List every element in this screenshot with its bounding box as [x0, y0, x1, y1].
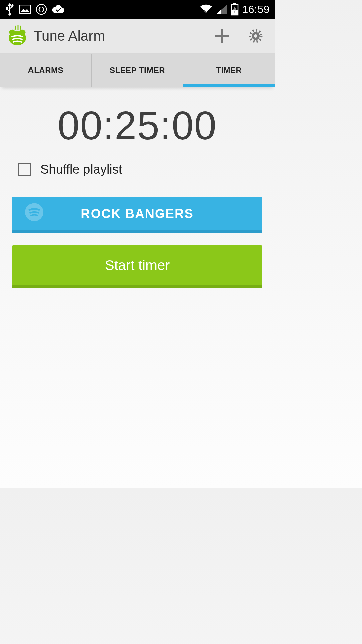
- add-button[interactable]: [213, 27, 231, 45]
- svg-point-2: [12, 4, 14, 6]
- playlist-button[interactable]: ROCK BANGERS: [12, 197, 262, 233]
- usb-icon: [5, 3, 15, 16]
- app-bar: Tune Alarm: [0, 19, 275, 54]
- status-bar: 16:59: [0, 0, 275, 19]
- tab-sleep-timer[interactable]: SLEEP TIMER: [91, 54, 183, 87]
- wifi-icon: [200, 4, 213, 14]
- gear-icon: [248, 28, 264, 44]
- tab-label: TIMER: [216, 66, 242, 75]
- tab-label: ALARMS: [28, 66, 63, 75]
- settings-button[interactable]: [248, 28, 264, 44]
- svg-line-13: [15, 26, 16, 30]
- image-icon: [19, 5, 31, 14]
- shuffle-label: Shuffle playlist: [40, 162, 122, 177]
- svg-line-15: [20, 26, 21, 30]
- start-timer-button[interactable]: Start timer: [12, 245, 262, 288]
- shuffle-checkbox[interactable]: [18, 163, 31, 176]
- tab-label: SLEEP TIMER: [110, 66, 165, 75]
- tab-timer[interactable]: TIMER: [183, 54, 275, 87]
- svg-point-20: [254, 34, 257, 38]
- cell-signal-icon: [216, 4, 227, 14]
- timer-panel: 00:25:00 Shuffle playlist ROCK BANGERS S…: [0, 87, 275, 288]
- timer-display[interactable]: 00:25:00: [12, 103, 262, 148]
- svg-rect-4: [20, 5, 31, 14]
- battery-charging-icon: [231, 3, 239, 16]
- cloud-check-icon: [52, 4, 65, 14]
- app-logo-icon: [6, 24, 29, 47]
- playlist-name: ROCK BANGERS: [81, 207, 193, 221]
- plus-icon: [213, 27, 231, 45]
- svg-rect-3: [6, 7, 8, 9]
- start-timer-label: Start timer: [105, 257, 170, 273]
- tab-alarms[interactable]: ALARMS: [0, 54, 91, 87]
- status-time: 16:59: [242, 3, 270, 16]
- shuffle-row[interactable]: Shuffle playlist: [12, 162, 262, 177]
- svg-point-1: [8, 13, 11, 16]
- spotify-icon: [25, 203, 44, 225]
- tab-bar: ALARMS SLEEP TIMER TIMER: [0, 54, 275, 87]
- app-title: Tune Alarm: [34, 28, 105, 44]
- shazam-icon: [36, 4, 47, 15]
- svg-point-5: [36, 4, 46, 14]
